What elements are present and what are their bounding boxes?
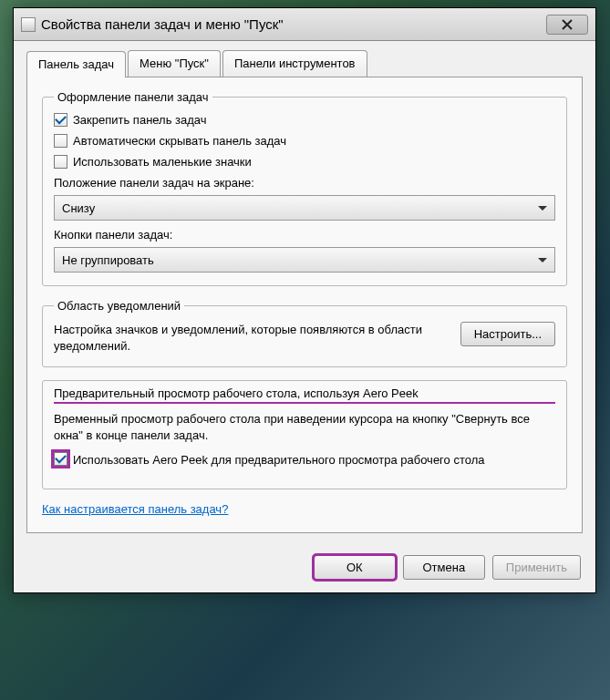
aero-peek-checkbox-label: Использовать Aero Peek для предварительн… <box>73 452 485 468</box>
apply-label: Применить <box>506 561 567 574</box>
position-combo[interactable]: Снизу <box>54 195 555 221</box>
buttons-label: Кнопки панели задач: <box>54 228 555 242</box>
tab-label: Панель задач <box>38 57 114 71</box>
chevron-down-icon <box>538 258 547 262</box>
cancel-label: Отмена <box>423 561 466 574</box>
chevron-down-icon <box>538 206 547 211</box>
position-label: Положение панели задач на экране: <box>54 176 555 190</box>
notification-legend: Область уведомлений <box>54 299 184 313</box>
configure-button[interactable]: Настроить... <box>460 322 555 346</box>
aero-peek-description: Временный просмотр рабочего стола при на… <box>54 411 555 443</box>
help-link[interactable]: Как настраивается панель задач? <box>42 502 228 516</box>
tab-label: Панели инструментов <box>234 57 356 70</box>
smallicons-checkbox[interactable] <box>54 155 67 169</box>
aero-peek-group: Предварительный просмотр рабочего стола,… <box>42 380 567 489</box>
autohide-label: Автоматически скрывать панель задач <box>73 134 286 148</box>
close-button[interactable] <box>546 15 588 35</box>
tab-startmenu[interactable]: Меню "Пуск" <box>128 50 221 77</box>
aero-peek-checkbox[interactable] <box>54 452 67 466</box>
tab-panel-taskbar: Оформление панели задач Закрепить панель… <box>26 77 583 533</box>
properties-dialog: Свойства панели задач и меню "Пуск" Пане… <box>13 7 596 593</box>
notification-text: Настройка значков и уведомлений, которые… <box>54 322 448 354</box>
cancel-button[interactable]: Отмена <box>403 555 485 580</box>
position-value: Снизу <box>62 201 538 215</box>
close-icon <box>562 19 573 30</box>
tab-label: Меню "Пуск" <box>140 57 209 70</box>
lock-taskbar-label: Закрепить панель задач <box>73 113 207 127</box>
aero-peek-title: Предварительный просмотр рабочего стола,… <box>54 386 555 404</box>
buttons-value: Не группировать <box>62 253 538 267</box>
window-icon <box>21 17 36 32</box>
ok-label: ОК <box>346 561 363 574</box>
smallicons-label: Использовать маленькие значки <box>73 155 252 169</box>
appearance-group: Оформление панели задач Закрепить панель… <box>42 90 567 286</box>
tab-strip: Панель задач Меню "Пуск" Панели инструме… <box>26 50 583 77</box>
lock-taskbar-checkbox[interactable] <box>54 113 67 127</box>
ok-button[interactable]: ОК <box>314 555 396 580</box>
window-title: Свойства панели задач и меню "Пуск" <box>41 16 284 32</box>
button-bar: ОК Отмена Применить <box>14 546 595 592</box>
help-link-text: Как настраивается панель задач? <box>42 502 228 516</box>
autohide-checkbox[interactable] <box>54 134 67 148</box>
buttons-combo[interactable]: Не группировать <box>54 247 555 273</box>
notification-group: Область уведомлений Настройка значков и … <box>42 299 567 367</box>
tab-toolbars[interactable]: Панели инструментов <box>222 50 367 77</box>
apply-button[interactable]: Применить <box>492 555 581 580</box>
titlebar: Свойства панели задач и меню "Пуск" <box>14 8 595 41</box>
appearance-legend: Оформление панели задач <box>54 90 212 104</box>
tab-taskbar[interactable]: Панель задач <box>26 51 126 77</box>
configure-label: Настроить... <box>474 327 542 341</box>
